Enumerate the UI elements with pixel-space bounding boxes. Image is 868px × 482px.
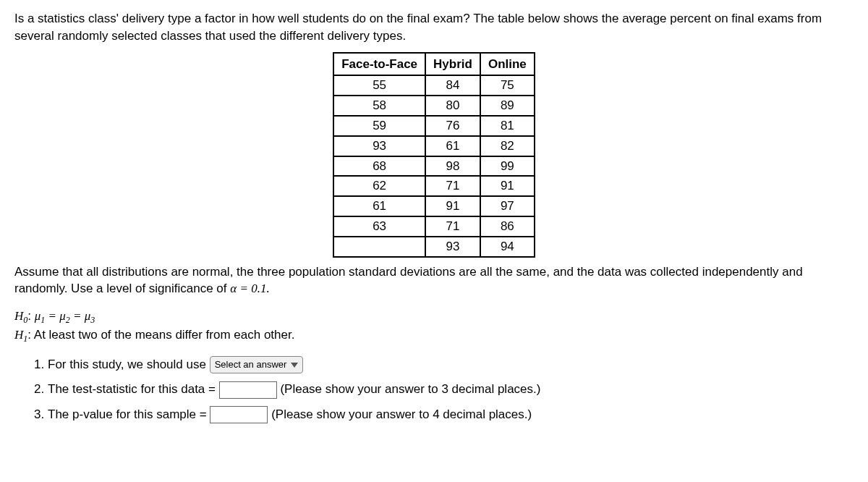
table-cell: 68 <box>333 156 425 177</box>
table-cell: 59 <box>333 116 425 136</box>
table-row: 558475 <box>333 75 535 96</box>
table-cell: 91 <box>480 176 535 196</box>
q2-hint: (Please show your answer to 3 decimal pl… <box>280 382 540 396</box>
h0-symbol: H <box>14 309 23 323</box>
table-cell: 84 <box>425 75 480 96</box>
question-2: The test-statistic for this data = (Plea… <box>48 381 854 399</box>
table-cell: 76 <box>425 116 480 136</box>
table-row: 588089 <box>333 96 535 116</box>
hypotheses-block: H0: μ1 = μ2 = μ3 H1: At least two of the… <box>14 308 854 345</box>
alt-hypothesis: H1: At least two of the means differ fro… <box>14 326 854 345</box>
table-cell: 63 <box>333 216 425 237</box>
question-list: For this study, we should use Select an … <box>33 356 854 424</box>
col-hybrid: Hybrid <box>425 53 480 76</box>
table-cell: 71 <box>425 176 480 196</box>
table-row: 627191 <box>333 176 535 196</box>
table-row: 689899 <box>333 156 535 177</box>
table-row: 637186 <box>333 216 535 237</box>
q2-test-statistic-input[interactable] <box>219 381 277 399</box>
q1-select-answer[interactable]: Select an answer <box>210 356 304 373</box>
table-row: 619197 <box>333 196 535 216</box>
col-online: Online <box>480 53 535 76</box>
table-cell: 82 <box>480 136 535 156</box>
table-cell: 81 <box>480 116 535 136</box>
table-cell: 61 <box>425 136 480 156</box>
table-cell: 93 <box>425 237 480 257</box>
assumptions: Assume that all distributions are normal… <box>14 263 854 298</box>
q1-text: For this study, we should use <box>48 358 210 371</box>
table-cell: 62 <box>333 176 425 196</box>
table-cell <box>333 237 425 257</box>
table-cell: 89 <box>480 96 535 116</box>
table-cell: 94 <box>480 237 535 257</box>
eq2: = <box>70 309 85 323</box>
table-cell: 80 <box>425 96 480 116</box>
chevron-down-icon <box>291 363 298 368</box>
table-row: 9394 <box>333 237 535 257</box>
mu1-symbol: μ <box>35 309 41 323</box>
assumptions-text: Assume that all distributions are normal… <box>14 265 803 296</box>
h1-symbol: H <box>14 328 23 342</box>
table-cell: 55 <box>333 75 425 96</box>
problem-intro: Is a statistics class' delivery type a f… <box>14 10 854 45</box>
table-cell: 58 <box>333 96 425 116</box>
table-cell: 86 <box>480 216 535 237</box>
table-cell: 71 <box>425 216 480 237</box>
table-header-row: Face-to-Face Hybrid Online <box>333 53 535 76</box>
table-cell: 93 <box>333 136 425 156</box>
table-cell: 98 <box>425 156 480 177</box>
table-cell: 97 <box>480 196 535 216</box>
h1-text: : At least two of the means differ from … <box>27 328 294 342</box>
table-cell: 75 <box>480 75 535 96</box>
q3-pvalue-input[interactable] <box>210 406 268 423</box>
data-table: Face-to-Face Hybrid Online 5584755880895… <box>333 52 535 258</box>
h0-colon: : <box>27 309 34 323</box>
table-row: 597681 <box>333 116 535 136</box>
q3-text: The p-value for this sample = <box>48 407 210 421</box>
q2-text: The test-statistic for this data = <box>48 382 219 396</box>
table-cell: 61 <box>333 196 425 216</box>
mu3-subscript: 3 <box>90 316 95 326</box>
question-1: For this study, we should use Select an … <box>48 356 854 374</box>
alpha-value: α = 0.1. <box>230 282 269 295</box>
null-hypothesis: H0: μ1 = μ2 = μ3 <box>14 308 854 326</box>
mu2-symbol: μ <box>59 309 66 323</box>
table-cell: 99 <box>480 156 535 177</box>
question-3: The p-value for this sample = (Please sh… <box>48 406 854 424</box>
col-face-to-face: Face-to-Face <box>333 53 425 76</box>
eq1: = <box>45 309 59 323</box>
table-row: 936182 <box>333 136 535 156</box>
q3-hint: (Please show your answer to 4 decimal pl… <box>271 407 532 421</box>
table-cell: 91 <box>425 196 480 216</box>
q1-select-label: Select an answer <box>215 358 287 371</box>
